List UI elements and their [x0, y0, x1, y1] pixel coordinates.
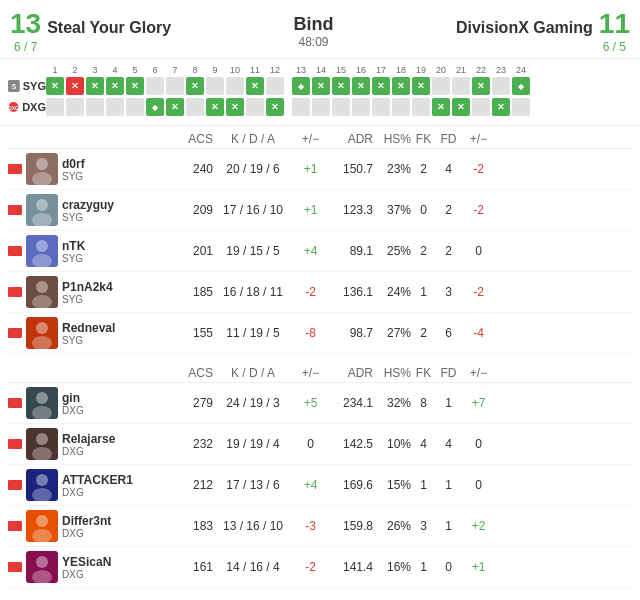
- player-name: ATTACKER1: [62, 473, 133, 487]
- player-adr: 142.5: [328, 437, 373, 451]
- player-fk: 2: [411, 326, 436, 340]
- player-fd: 1: [436, 478, 461, 492]
- round-cell: [86, 77, 104, 95]
- round-cell: [392, 98, 410, 116]
- syg-players-list: d0rf SYG 240 20 / 19 / 6 +1 150.7 23% 2 …: [8, 149, 632, 354]
- header-kda-2: K / D / A: [213, 366, 293, 380]
- player-team: SYG: [62, 253, 85, 264]
- round-cell: [146, 77, 164, 95]
- player-hs: 25%: [373, 244, 411, 258]
- player-info: YESicaN DXG: [8, 551, 168, 583]
- player-fk: 2: [411, 162, 436, 176]
- team-right: DivisionX Gaming 11 6 / 5: [456, 8, 630, 54]
- player-fpm: -2: [461, 285, 496, 299]
- player-row: P1nA2k4 SYG 185 16 / 18 / 11 -2 136.1 24…: [8, 272, 632, 313]
- player-info: nTK SYG: [8, 235, 168, 267]
- player-acs: 240: [168, 162, 213, 176]
- player-avatar: [26, 387, 58, 419]
- round-cell: [312, 98, 330, 116]
- avatar-icon: [26, 235, 58, 267]
- header-fd: FD: [436, 132, 461, 146]
- player-adr: 159.8: [328, 519, 373, 533]
- syg-rounds: [46, 77, 530, 95]
- round-cell: [332, 98, 350, 116]
- dxg-stats-header: ACS K / D / A +/− ADR HS% FK FD +/−: [8, 364, 632, 383]
- round-cell: [206, 77, 224, 95]
- player-fpm: +1: [461, 560, 496, 574]
- avatar-icon: [26, 276, 58, 308]
- svg-point-17: [32, 447, 52, 460]
- team-left-record: 6 / 7: [14, 40, 171, 54]
- svg-point-21: [32, 529, 52, 542]
- player-acs: 209: [168, 203, 213, 217]
- player-adr: 141.4: [328, 560, 373, 574]
- player-acs: 212: [168, 478, 213, 492]
- player-hs: 10%: [373, 437, 411, 451]
- player-fpm: +7: [461, 396, 496, 410]
- player-hs: 24%: [373, 285, 411, 299]
- dxg-icon: DXG: [8, 99, 19, 115]
- player-team: SYG: [62, 294, 113, 305]
- dxg-rounds: [46, 98, 530, 116]
- avatar-icon: [26, 428, 58, 460]
- player-info: gin DXG: [8, 387, 168, 419]
- player-kda: 11 / 19 / 5: [213, 326, 293, 340]
- round-cell: [126, 98, 144, 116]
- player-fd: 4: [436, 162, 461, 176]
- player-fd: 2: [436, 244, 461, 258]
- player-avatar: [26, 153, 58, 185]
- player-info: Differ3nt DXG: [8, 510, 168, 542]
- svg-point-18: [36, 474, 48, 486]
- player-pm: -2: [293, 285, 328, 299]
- round-cell: [332, 77, 350, 95]
- team-right-record: 6 / 5: [603, 40, 626, 54]
- round-cell: [512, 98, 530, 116]
- round-timeline: 1 2 3 4 5 6 7 8 9 10 11 12 13 14 15 16 1…: [0, 59, 640, 126]
- player-acs: 161: [168, 560, 213, 574]
- player-flag: [8, 521, 22, 531]
- player-row: d0rf SYG 240 20 / 19 / 6 +1 150.7 23% 2 …: [8, 149, 632, 190]
- round-cell: [492, 98, 510, 116]
- svg-point-6: [36, 199, 48, 211]
- player-fd: 3: [436, 285, 461, 299]
- player-fk: 2: [411, 244, 436, 258]
- svg-point-13: [32, 336, 52, 349]
- player-row: Differ3nt DXG 183 13 / 16 / 10 -3 159.8 …: [8, 506, 632, 547]
- player-adr: 89.1: [328, 244, 373, 258]
- header-fpm-2: +/−: [461, 366, 496, 380]
- player-fk: 3: [411, 519, 436, 533]
- player-fk: 4: [411, 437, 436, 451]
- player-info: d0rf SYG: [8, 153, 168, 185]
- player-flag: [8, 164, 22, 174]
- player-fpm: 0: [461, 437, 496, 451]
- player-fpm: -4: [461, 326, 496, 340]
- player-avatar: [26, 317, 58, 349]
- round-cell: [412, 77, 430, 95]
- round-cell: [106, 98, 124, 116]
- player-name: Redneval: [62, 321, 115, 335]
- player-acs: 232: [168, 437, 213, 451]
- round-cell: [166, 77, 184, 95]
- round-cell: [412, 98, 430, 116]
- player-avatar: [26, 469, 58, 501]
- svg-point-11: [32, 295, 52, 308]
- header-acs-2: ACS: [168, 366, 213, 380]
- match-header: 13 Steal Your Glory 6 / 7 Bind 48:09 Div…: [0, 0, 640, 59]
- round-numbers: 1 2 3 4 5 6 7 8 9 10 11 12 13 14 15 16 1…: [46, 65, 632, 75]
- player-kda: 19 / 15 / 5: [213, 244, 293, 258]
- player-name: crazyguy: [62, 198, 114, 212]
- syg-stats-header: ACS K / D / A +/− ADR HS% FK FD +/−: [8, 130, 632, 149]
- player-fd: 1: [436, 396, 461, 410]
- svg-point-8: [36, 240, 48, 252]
- header-pm: +/−: [293, 132, 328, 146]
- player-flag: [8, 205, 22, 215]
- round-cell: [372, 98, 390, 116]
- player-pm: -2: [293, 560, 328, 574]
- round-cell: [452, 77, 470, 95]
- player-info: P1nA2k4 SYG: [8, 276, 168, 308]
- player-avatar: [26, 235, 58, 267]
- header-pm-2: +/−: [293, 366, 328, 380]
- player-team: SYG: [62, 171, 85, 182]
- player-name: d0rf: [62, 157, 85, 171]
- avatar-icon: [26, 551, 58, 583]
